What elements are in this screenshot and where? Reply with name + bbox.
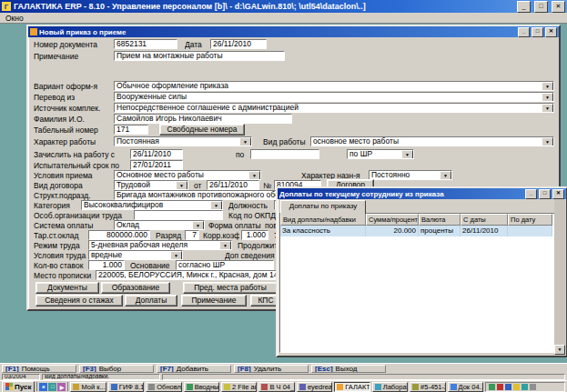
taskbar-item[interactable]: eyedream bbox=[297, 382, 332, 392]
free-numbers-button[interactable]: Свободные номера bbox=[159, 124, 245, 136]
dialog-maximize-icon[interactable]: □ bbox=[539, 189, 551, 199]
chevron-down-icon[interactable]: ▼ bbox=[170, 251, 182, 260]
chevron-down-icon[interactable]: ▼ bbox=[239, 137, 251, 146]
chevron-down-icon[interactable]: ▼ bbox=[440, 171, 451, 180]
table-row[interactable]: За классность 20.000 проценты 26/11/2010 bbox=[280, 226, 552, 236]
chevron-down-icon[interactable]: ▼ bbox=[192, 221, 204, 230]
tray-icon[interactable] bbox=[497, 384, 503, 390]
cell-supplement-type[interactable]: За классность bbox=[280, 226, 366, 236]
dialog-minimize-icon[interactable]: _ bbox=[525, 189, 537, 199]
column-header[interactable]: Валюта bbox=[419, 214, 461, 226]
supplements-button[interactable]: Доплаты bbox=[125, 295, 177, 307]
quicklaunch-player-icon[interactable]: ▶ bbox=[57, 383, 66, 391]
column-header[interactable]: С даты bbox=[461, 214, 508, 226]
app-titlebar[interactable]: Г ГАЛАКТИКА ERP - 8.10 - Управление перс… bbox=[0, 0, 567, 13]
supplements-dialog-titlebar[interactable]: Доплаты по текущему сотруднику из приказ… bbox=[278, 188, 566, 199]
schedule-select[interactable]: 5-дневная рабочая неделя▼ bbox=[88, 240, 232, 250]
taskbar-item[interactable]: Док 04... bbox=[448, 382, 483, 392]
cell-date-from[interactable]: 26/11/2010 bbox=[461, 226, 508, 236]
grade-input[interactable]: 7 bbox=[185, 230, 199, 240]
rate-input[interactable]: 800000.000 bbox=[88, 230, 150, 240]
transfer-select[interactable]: Вооруженные силы▼ bbox=[114, 92, 554, 102]
chevron-down-icon[interactable]: ▼ bbox=[219, 241, 231, 250]
labor-org-input[interactable] bbox=[134, 210, 223, 220]
vertical-scrollbar[interactable]: ▲ ▼ bbox=[554, 189, 565, 355]
order-window-titlebar[interactable]: Новый приказ о приеме _ □ ✕ bbox=[28, 26, 559, 37]
chevron-down-icon[interactable]: ▼ bbox=[542, 82, 553, 91]
maximize-icon[interactable]: □ bbox=[534, 1, 548, 13]
window-maximize-icon[interactable]: □ bbox=[532, 27, 543, 37]
enroll-to-input[interactable] bbox=[250, 149, 319, 159]
chevron-down-icon[interactable]: ▼ bbox=[542, 137, 553, 146]
experience-button[interactable]: Сведения о стажах bbox=[35, 295, 123, 307]
note-button[interactable]: Примечание bbox=[181, 295, 247, 307]
start-button[interactable]: Пуск bbox=[2, 381, 35, 392]
stakes-input[interactable]: 1.000 bbox=[88, 260, 125, 270]
work-nature-select[interactable]: Постоянная▼ bbox=[114, 136, 252, 146]
variant-select[interactable]: Обычное оформление приказа▼ bbox=[114, 81, 554, 91]
appointment-select[interactable]: Постоянно▼ bbox=[369, 170, 452, 180]
taskbar-item[interactable]: #5-451-238... bbox=[410, 382, 445, 392]
tray-icon[interactable] bbox=[521, 384, 528, 390]
window-minimize-icon[interactable]: _ bbox=[518, 27, 530, 37]
esc-exit-button[interactable]: [Esc]Выход bbox=[311, 365, 386, 373]
enroll-mode-select[interactable]: по ШР▼ bbox=[347, 149, 414, 159]
fullname-input[interactable]: Самойлов Игорь Николаевич bbox=[114, 114, 292, 124]
admission-select[interactable]: Основное место работы▼ bbox=[114, 170, 261, 180]
cell-date-to[interactable] bbox=[508, 226, 552, 236]
tray-icon[interactable] bbox=[513, 384, 520, 390]
f7-add-button[interactable]: [F7]Добавить bbox=[157, 365, 231, 373]
taskbar-item-galaktika[interactable]: ГАЛАКТИКА... bbox=[334, 382, 370, 392]
tray-icon[interactable] bbox=[505, 384, 511, 390]
taskbar-item[interactable]: ГИФ 8.1 [Б... bbox=[108, 382, 144, 392]
pay-system-select[interactable]: Оклад▼ bbox=[114, 220, 205, 230]
work-kind-select[interactable]: основное место работы▼ bbox=[310, 136, 554, 146]
prev-jobs-button[interactable]: Пред. места работы bbox=[183, 282, 278, 294]
column-header[interactable]: Вид доплаты/надбавки bbox=[280, 214, 366, 226]
tray-icon[interactable] bbox=[530, 384, 536, 390]
close-icon[interactable]: ✕ bbox=[552, 1, 565, 13]
quicklaunch-browser-icon[interactable]: e bbox=[39, 383, 47, 391]
chevron-down-icon[interactable]: ▼ bbox=[210, 201, 222, 210]
taskbar-item[interactable]: В Ч 04_Smokie... bbox=[258, 382, 294, 392]
contract-date-input[interactable]: 26/11/2010 bbox=[207, 180, 259, 190]
f3-select-button[interactable]: [F3]Выбор bbox=[79, 365, 154, 373]
taskbar-item[interactable]: Лаборатор... bbox=[372, 382, 408, 392]
taskbar-item[interactable]: 2 File and S... bbox=[221, 382, 257, 392]
dialog-close-icon[interactable]: ✕ bbox=[552, 189, 564, 199]
column-header[interactable]: По дату bbox=[508, 214, 552, 226]
taskbar-item[interactable]: Обновлени... bbox=[146, 382, 181, 392]
tabnumber-input[interactable]: 171 bbox=[114, 125, 148, 135]
chevron-down-icon[interactable]: ▼ bbox=[542, 93, 553, 102]
tray-icon[interactable] bbox=[489, 384, 495, 390]
column-header[interactable]: Сумма/процент д bbox=[366, 214, 419, 226]
chevron-down-icon[interactable]: ▼ bbox=[542, 104, 553, 113]
f8-delete-button[interactable]: [F8]Удалить bbox=[234, 365, 309, 373]
scroll-down-icon[interactable]: ▼ bbox=[554, 345, 565, 355]
chevron-down-icon[interactable]: ▼ bbox=[401, 150, 413, 159]
minimize-icon[interactable]: _ bbox=[517, 1, 531, 13]
taskbar-item[interactable]: Мой к... bbox=[70, 382, 106, 392]
quicklaunch-desktop-icon[interactable]: □ bbox=[48, 383, 56, 391]
enroll-date-input[interactable]: 26/11/2010 bbox=[130, 149, 183, 159]
coef-input[interactable]: 1.000 bbox=[241, 230, 268, 240]
chevron-down-icon[interactable]: ▼ bbox=[248, 171, 260, 180]
window-close-icon[interactable]: ✕ bbox=[545, 27, 557, 37]
menu-window[interactable]: Окно bbox=[5, 14, 24, 23]
contract-select[interactable]: Трудовой▼ bbox=[114, 180, 188, 190]
chevron-down-icon[interactable]: ▼ bbox=[176, 181, 187, 190]
education-button[interactable]: Образование bbox=[101, 282, 170, 294]
note-input[interactable]: Прием на монтажные работы bbox=[114, 51, 285, 61]
cell-amount[interactable]: 20.000 bbox=[366, 226, 419, 236]
cell-currency[interactable]: проценты bbox=[419, 226, 461, 236]
documents-button[interactable]: Документы bbox=[35, 282, 99, 294]
source-select[interactable]: Непосредственное соглашение с администра… bbox=[114, 103, 554, 113]
taskbar-item[interactable]: Вводные... bbox=[184, 382, 219, 392]
category-select[interactable]: Высококвалифициров▼ bbox=[81, 200, 223, 210]
probation-input[interactable]: 27/01/2011 bbox=[130, 160, 183, 170]
date-input[interactable]: 26/11/2010 bbox=[210, 39, 267, 49]
f1-help-button[interactable]: [F1]Помощь bbox=[2, 365, 76, 373]
conditions-select[interactable]: вредные▼ bbox=[88, 250, 183, 260]
tab-supplements-by-order[interactable]: Доплаты по приказу bbox=[280, 200, 366, 215]
basis-input[interactable]: согласно ШР bbox=[176, 260, 274, 270]
